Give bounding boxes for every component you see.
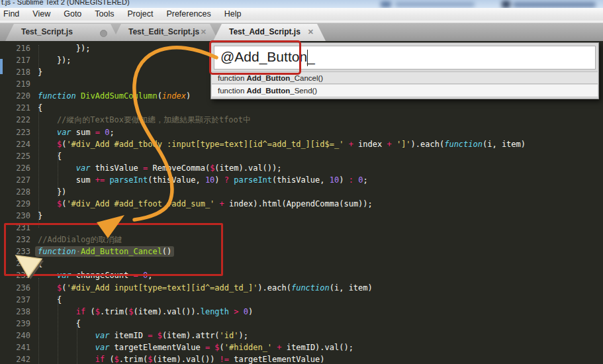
code-text: { <box>30 102 42 114</box>
code-line[interactable]: 227 sum += parseInt(thisValue, 10) ? par… <box>0 174 603 186</box>
line-number: 224 <box>0 138 30 150</box>
code-text: } <box>30 210 42 222</box>
line-number: 219 <box>0 78 30 90</box>
line-number: 236 <box>0 282 30 294</box>
code-line[interactable]: 222 //縱向的TextBox要做加總，加總結果顯示於tfoot中 <box>0 114 603 126</box>
window-title: t.js - Sublime Text 2 (UNREGISTERED) <box>1 0 130 6</box>
code-line[interactable]: 223 var sum = 0; <box>0 126 603 138</box>
code-line[interactable]: 237 { <box>0 294 603 306</box>
tab-bar: Test_Script.jsTest_Edit_Script.js✕Test_A… <box>0 21 603 41</box>
code-text: var targetElementValue = $('#hidden_' + … <box>30 341 353 353</box>
line-number: 226 <box>0 162 30 174</box>
line-number: 217 <box>0 54 30 66</box>
code-line[interactable]: 236 $('#div_Add input[type=text][id^=add… <box>0 282 603 294</box>
tab-test_script-js[interactable]: Test_Script.js <box>5 24 119 41</box>
code-line[interactable]: 230} <box>0 210 603 222</box>
code-line[interactable]: 238 if ($.trim($(item).val()).length > 0… <box>0 306 603 318</box>
annotation-rect-popup <box>209 40 301 75</box>
line-number: 229 <box>0 198 30 210</box>
code-text <box>30 78 38 90</box>
indent-guide <box>38 105 39 228</box>
code-line[interactable]: 239 { <box>0 318 603 330</box>
tab-label: Test_Add_Script.js <box>229 27 301 36</box>
code-text: sum += parseInt(thisValue, 10) ? parseIn… <box>30 174 368 186</box>
close-icon[interactable]: ✕ <box>308 28 314 36</box>
indent-guide <box>58 152 58 197</box>
line-number: 220 <box>0 90 30 102</box>
suggestion-item[interactable]: function Add_Button_Send() <box>212 85 598 97</box>
code-text: var thisValue = RemoveComma($(item).val(… <box>30 162 282 174</box>
close-icon[interactable]: ✕ <box>201 28 207 36</box>
line-number: 222 <box>0 114 30 126</box>
sublime-text-window: t.js - Sublime Text 2 (UNREGISTERED) Fin… <box>0 0 603 364</box>
code-text: }) <box>30 186 66 198</box>
code-text: if ($.trim($(item).val()) != targetEleme… <box>30 353 325 364</box>
code-text: //縱向的TextBox要做加總，加總結果顯示於tfoot中 <box>30 114 251 126</box>
indent-guide <box>38 45 39 70</box>
code-line[interactable]: 242 if ($.trim($(item).val()) != targetE… <box>0 353 603 364</box>
tab-test_edit_script-js[interactable]: Test_Edit_Script.js✕ <box>113 24 218 41</box>
menu-item-project[interactable]: Project <box>121 8 160 21</box>
code-line[interactable]: 224 $('#div_Add #add_tbody :input[type=t… <box>0 138 603 150</box>
line-number: 241 <box>0 341 30 353</box>
code-line[interactable]: 225 { <box>0 150 603 162</box>
code-text: }); <box>30 54 71 66</box>
code-text: } <box>30 66 42 78</box>
line-number: 223 <box>0 126 30 138</box>
code-text: function DivAddSumCoulumn(index) <box>30 90 191 102</box>
menu-item-find[interactable]: Find <box>0 8 26 21</box>
line-number: 237 <box>0 294 30 306</box>
code-text: var itemID = $(item).attr('id'); <box>30 330 248 341</box>
code-text: $('#div_Add #add_tbody :input[type=text]… <box>30 138 526 150</box>
left-edge-marker <box>0 59 3 74</box>
line-number: 221 <box>0 102 30 114</box>
indent-guide <box>38 278 39 364</box>
code-line[interactable]: 226 var thisValue = RemoveComma($(item).… <box>0 162 603 174</box>
indent-guide <box>58 296 58 364</box>
blurred-titlebar-content <box>374 0 603 8</box>
code-line[interactable]: 241 var targetElementValue = $('#hidden_… <box>0 341 603 353</box>
line-number: 218 <box>0 66 30 78</box>
menu-item-tools[interactable]: Tools <box>88 8 120 21</box>
line-number: 239 <box>0 318 30 330</box>
line-number: 216 <box>0 42 30 54</box>
code-text: $('#div_Add #add_tfoot #add_sum_' + inde… <box>30 198 373 210</box>
line-number: 227 <box>0 174 30 186</box>
line-number: 242 <box>0 353 30 364</box>
text-caret <box>307 50 308 66</box>
indent-guide <box>77 320 77 364</box>
line-number: 225 <box>0 150 30 162</box>
line-number: 238 <box>0 306 30 318</box>
code-line[interactable]: 240 var itemID = $(item).attr('id'); <box>0 330 603 341</box>
code-line[interactable]: 228 }) <box>0 186 603 198</box>
menu-item-help[interactable]: Help <box>218 8 248 21</box>
code-text: }); <box>30 42 90 54</box>
tab-label: Test_Edit_Script.js <box>128 27 199 36</box>
menu-item-goto[interactable]: Goto <box>57 8 88 21</box>
code-line[interactable]: 229 $('#div_Add #add_tfoot #add_sum_' + … <box>0 198 603 210</box>
line-number: 240 <box>0 330 30 341</box>
annotation-rect-code <box>4 223 223 276</box>
dirty-dot-icon <box>100 30 107 37</box>
tab-label: Test_Script.js <box>21 27 73 36</box>
code-line[interactable]: 221{ <box>0 102 603 114</box>
code-text: $('#div_Add input[type=text][id^=add_td_… <box>30 282 373 294</box>
line-number: 230 <box>0 210 30 222</box>
menu-item-view[interactable]: View <box>26 8 57 21</box>
code-text: if ($.trim($(item).val()).length > 0) <box>30 306 253 318</box>
line-number: 228 <box>0 186 30 198</box>
menu-bar: FindViewGotoToolsProjectPreferencesHelp <box>0 8 603 21</box>
tab-test_add_script-js[interactable]: Test_Add_Script.js✕ <box>213 24 326 41</box>
menu-item-preferences[interactable]: Preferences <box>160 8 217 21</box>
code-text: var sum = 0; <box>30 126 115 138</box>
